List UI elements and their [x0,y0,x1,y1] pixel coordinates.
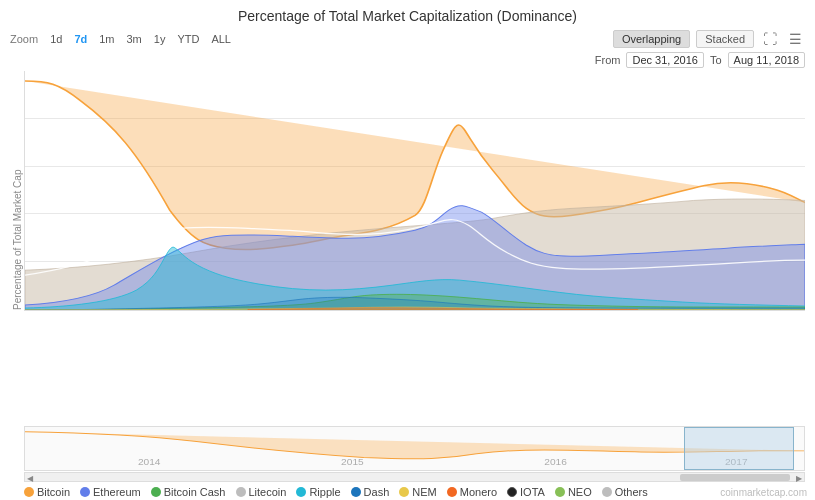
iota-dot [507,487,517,497]
nem-dot [399,487,409,497]
main-chart-area: Percentage of Total Market Cap 80% 60% 4… [10,71,805,408]
y-axis-label: Percentage of Total Market Cap [10,71,24,408]
legend-item-dash[interactable]: Dash [351,486,390,498]
zoom-7d[interactable]: 7d [70,32,91,46]
monero-dot [447,487,457,497]
from-label: From [595,54,621,66]
bitcoin-label: Bitcoin [37,486,70,498]
legend: Bitcoin Ethereum Bitcoin Cash Litecoin R… [10,482,805,500]
legend-item-bitcoin-cash[interactable]: Bitcoin Cash [151,486,226,498]
chart-container: Percentage of Total Market Capitalizatio… [0,0,815,500]
menu-icon[interactable]: ☰ [786,31,805,47]
zoom-1m[interactable]: 1m [95,32,118,46]
litecoin-dot [236,487,246,497]
litecoin-label: Litecoin [249,486,287,498]
overview-selection[interactable] [684,427,794,470]
nem-label: NEM [412,486,436,498]
view-controls: Overlapping Stacked ⛶ ☰ [613,30,805,48]
from-date[interactable]: Dec 31, 2016 [626,52,703,68]
legend-item-others[interactable]: Others [602,486,648,498]
chart-inner: 80% 60% 40% 20% 0% Jan '17 Mar '17 May '… [24,71,805,311]
legend-item-neo[interactable]: NEO [555,486,592,498]
zoom-1d[interactable]: 1d [46,32,66,46]
zoom-ytd[interactable]: YTD [173,32,203,46]
legend-item-nem[interactable]: NEM [399,486,436,498]
bitcoin-dot [24,487,34,497]
neo-label: NEO [568,486,592,498]
to-label: To [710,54,722,66]
svg-text:2016: 2016 [544,457,567,467]
legend-item-monero[interactable]: Monero [447,486,497,498]
main-chart-svg [25,71,805,310]
scroll-left-arrow[interactable]: ◀ [25,473,35,484]
toolbar: Zoom 1d 7d 1m 3m 1y YTD ALL Overlapping … [10,30,805,48]
ripple-label: Ripple [309,486,340,498]
bitcoin-cash-label: Bitcoin Cash [164,486,226,498]
overlapping-btn[interactable]: Overlapping [613,30,690,48]
to-date[interactable]: Aug 11, 2018 [728,52,805,68]
legend-item-bitcoin[interactable]: Bitcoin [24,486,70,498]
dash-label: Dash [364,486,390,498]
stacked-btn[interactable]: Stacked [696,30,754,48]
legend-item-ethereum[interactable]: Ethereum [80,486,141,498]
chart-title: Percentage of Total Market Capitalizatio… [10,8,805,24]
others-dot [602,487,612,497]
svg-text:2014: 2014 [138,457,161,467]
neo-dot [555,487,565,497]
legend-item-ripple[interactable]: Ripple [296,486,340,498]
legend-item-iota[interactable]: IOTA [507,486,545,498]
ripple-dot [296,487,306,497]
scroll-thumb[interactable] [680,474,790,481]
monero-label: Monero [460,486,497,498]
zoom-3m[interactable]: 3m [123,32,146,46]
bitcoin-cash-dot [151,487,161,497]
legend-item-litecoin[interactable]: Litecoin [236,486,287,498]
expand-icon[interactable]: ⛶ [760,31,780,47]
ethereum-label: Ethereum [93,486,141,498]
iota-label: IOTA [520,486,545,498]
zoom-1y[interactable]: 1y [150,32,170,46]
dash-dot [351,487,361,497]
zoom-all[interactable]: ALL [207,32,235,46]
others-label: Others [615,486,648,498]
zoom-label: Zoom [10,33,38,45]
zoom-controls: Zoom 1d 7d 1m 3m 1y YTD ALL [10,32,235,46]
svg-text:2015: 2015 [341,457,364,467]
scroll-right-arrow[interactable]: ▶ [794,473,804,484]
watermark: coinmarketcap.com [720,487,807,498]
ethereum-dot [80,487,90,497]
